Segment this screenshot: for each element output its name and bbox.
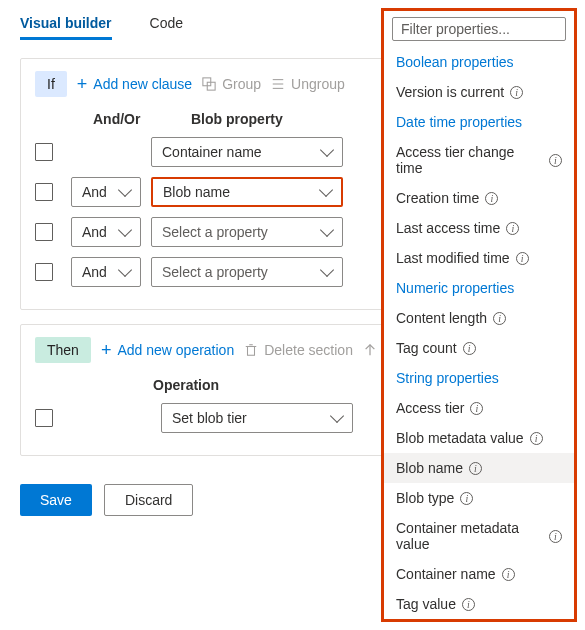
property-option[interactable]: Blob metadata valuei [384, 423, 574, 453]
property-option[interactable]: Creation timei [384, 183, 574, 213]
chevron-down-icon [118, 223, 132, 237]
ungroup-icon [271, 77, 285, 91]
tab-visual-builder[interactable]: Visual builder [20, 15, 112, 40]
col-header-operation: Operation [153, 377, 219, 393]
row-checkbox[interactable] [35, 143, 53, 161]
col-header-blob-property: Blob property [191, 111, 283, 127]
chevron-down-icon [118, 263, 132, 277]
info-icon: i [469, 462, 482, 475]
info-icon: i [516, 252, 529, 265]
property-option[interactable]: Last access timei [384, 213, 574, 243]
property-group-header: Boolean properties [384, 47, 574, 77]
property-option[interactable]: Content lengthi [384, 303, 574, 333]
plus-icon: + [77, 75, 88, 93]
info-icon: i [502, 568, 515, 581]
property-select[interactable]: Select a property [151, 217, 343, 247]
property-select[interactable]: Container name [151, 137, 343, 167]
move-up-button [363, 343, 377, 357]
row-checkbox[interactable] [35, 183, 53, 201]
chevron-down-icon [319, 183, 333, 197]
delete-section-button: Delete section [244, 342, 353, 358]
info-icon: i [460, 492, 473, 505]
ungroup-button: Ungroup [271, 76, 345, 92]
andor-select[interactable]: And [71, 217, 141, 247]
property-select[interactable]: Select a property [151, 257, 343, 287]
chevron-down-icon [330, 409, 344, 423]
info-icon: i [530, 432, 543, 445]
info-icon: i [549, 530, 562, 543]
property-option[interactable]: Tag valuei [384, 589, 574, 619]
property-option[interactable]: Tag counti [384, 333, 574, 363]
row-checkbox[interactable] [35, 223, 53, 241]
plus-icon: + [101, 341, 112, 359]
svg-rect-5 [248, 347, 255, 356]
info-icon: i [470, 402, 483, 415]
property-group-header: Numeric properties [384, 273, 574, 303]
info-icon: i [463, 342, 476, 355]
property-option[interactable]: Version is currenti [384, 77, 574, 107]
arrow-up-icon [363, 343, 377, 357]
discard-button[interactable]: Discard [104, 484, 193, 516]
add-clause-label: Add new clause [93, 76, 192, 92]
property-option[interactable]: Blob typei [384, 483, 574, 513]
info-icon: i [462, 598, 475, 611]
andor-select[interactable]: And [71, 257, 141, 287]
property-group-header: Date time properties [384, 107, 574, 137]
save-button[interactable]: Save [20, 484, 92, 516]
info-icon: i [485, 192, 498, 205]
andor-select[interactable]: And [71, 177, 141, 207]
add-new-clause-button[interactable]: + Add new clause [77, 75, 192, 93]
property-option[interactable]: Container namei [384, 559, 574, 589]
info-icon: i [549, 154, 562, 167]
property-option[interactable]: Container metadata valuei [384, 513, 574, 559]
col-header-andor: And/Or [93, 111, 181, 127]
row-checkbox[interactable] [35, 409, 53, 427]
row-checkbox[interactable] [35, 263, 53, 281]
then-pill: Then [35, 337, 91, 363]
info-icon: i [493, 312, 506, 325]
add-new-operation-button[interactable]: + Add new operation [101, 341, 234, 359]
chevron-down-icon [320, 223, 334, 237]
group-icon [202, 77, 216, 91]
property-option[interactable]: Access tier change timei [384, 137, 574, 183]
property-option[interactable]: Last modified timei [384, 243, 574, 273]
info-icon: i [510, 86, 523, 99]
property-select-active[interactable]: Blob name [151, 177, 343, 207]
trash-icon [244, 343, 258, 357]
chevron-down-icon [118, 183, 132, 197]
if-pill: If [35, 71, 67, 97]
property-option[interactable]: Access tieri [384, 393, 574, 423]
property-group-header: String properties [384, 363, 574, 393]
tab-code[interactable]: Code [150, 15, 183, 40]
group-button: Group [202, 76, 261, 92]
property-dropdown-panel: Filter properties... Boolean propertiesV… [381, 8, 577, 622]
chevron-down-icon [320, 263, 334, 277]
property-option[interactable]: Blob namei [384, 453, 574, 483]
chevron-down-icon [320, 143, 334, 157]
filter-properties-input[interactable]: Filter properties... [392, 17, 566, 41]
info-icon: i [506, 222, 519, 235]
operation-select[interactable]: Set blob tier [161, 403, 353, 433]
